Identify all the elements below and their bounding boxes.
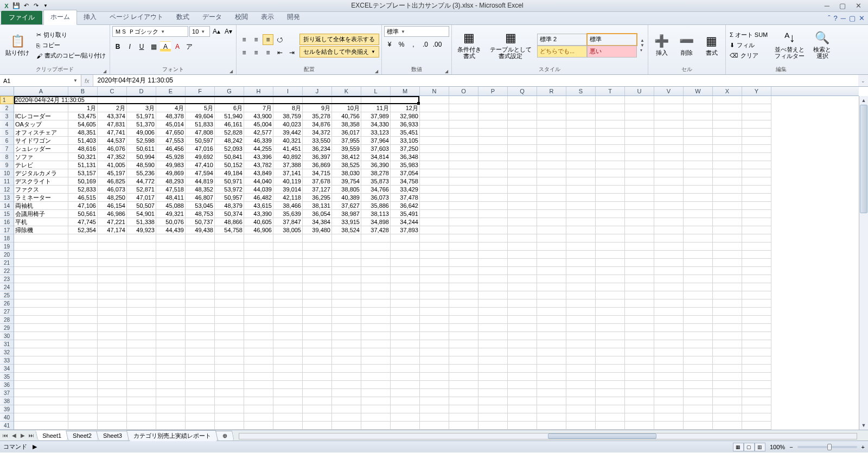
cell[interactable] [420, 202, 449, 210]
cell[interactable] [361, 365, 391, 373]
underline-button[interactable]: U [136, 41, 147, 52]
cell[interactable] [420, 129, 449, 137]
cell[interactable] [449, 137, 478, 145]
cell[interactable] [478, 397, 508, 405]
cell[interactable] [68, 275, 98, 283]
cell[interactable] [420, 340, 449, 348]
cell[interactable]: 43,900 [244, 112, 273, 120]
cell[interactable]: 49,321 [156, 210, 186, 218]
cell[interactable] [303, 389, 332, 397]
cell[interactable] [215, 356, 244, 365]
cell[interactable]: 会議用椅子 [14, 210, 68, 218]
cell[interactable] [684, 218, 713, 226]
cell[interactable] [625, 137, 654, 145]
cell[interactable] [14, 259, 68, 267]
cell[interactable] [449, 226, 478, 234]
cell[interactable] [332, 291, 361, 299]
col-header-O[interactable]: O [449, 87, 478, 95]
cell[interactable] [449, 365, 478, 373]
cell[interactable] [625, 348, 654, 356]
cell[interactable]: 38,412 [332, 153, 361, 161]
cell[interactable] [449, 348, 478, 356]
cell[interactable] [742, 283, 771, 291]
col-header-R[interactable]: R [537, 87, 566, 95]
tab-view[interactable]: 表示 [254, 10, 280, 24]
cell[interactable] [566, 275, 596, 283]
cell[interactable] [537, 210, 566, 218]
cell[interactable] [478, 104, 508, 112]
cell[interactable] [391, 405, 420, 413]
cell[interactable] [420, 251, 449, 259]
cell[interactable] [596, 169, 625, 177]
cell[interactable] [742, 129, 771, 137]
cell[interactable] [713, 348, 742, 356]
cell[interactable] [713, 267, 742, 275]
cell[interactable] [244, 405, 273, 413]
cell[interactable]: 34,384 [303, 218, 332, 226]
new-sheet-button[interactable]: ⊕ [215, 431, 234, 441]
cell[interactable] [332, 340, 361, 348]
cell[interactable]: 38,759 [273, 112, 303, 120]
cell[interactable] [537, 234, 566, 243]
cell[interactable]: 46,515 [68, 194, 98, 202]
font-name-select[interactable]: ＭＳ Ｐゴシック▼ [112, 26, 188, 37]
cell[interactable] [273, 340, 303, 348]
cell[interactable] [156, 96, 186, 104]
cell[interactable] [742, 153, 771, 161]
cell[interactable]: 48,352 [186, 186, 215, 194]
row-headers[interactable]: 1234567891011121314151617181920212223242… [0, 96, 14, 430]
cell[interactable] [684, 299, 713, 308]
cell[interactable] [478, 137, 508, 145]
cell[interactable]: 11月 [361, 104, 391, 112]
cell[interactable] [742, 96, 771, 104]
col-header-X[interactable]: X [713, 87, 742, 95]
cell[interactable] [654, 324, 684, 332]
wrap-text-button[interactable]: 折り返して全体を表示する [299, 34, 379, 45]
cell[interactable]: デスクライト [14, 177, 68, 186]
phonetic-button[interactable]: ア [184, 41, 195, 52]
scroll-thumb[interactable] [860, 105, 867, 213]
cell[interactable] [625, 308, 654, 316]
cell[interactable] [361, 291, 391, 299]
cell[interactable] [566, 153, 596, 161]
cell[interactable] [654, 243, 684, 251]
cell[interactable] [596, 129, 625, 137]
cell[interactable] [303, 291, 332, 299]
cell[interactable] [478, 389, 508, 397]
cell[interactable] [420, 210, 449, 218]
cell[interactable] [68, 332, 98, 340]
cell[interactable] [537, 161, 566, 169]
cell[interactable] [98, 251, 127, 259]
fx-icon[interactable]: fx [85, 78, 90, 84]
cell[interactable]: ファクス [14, 186, 68, 194]
cell[interactable] [98, 234, 127, 243]
cell[interactable] [478, 153, 508, 161]
cell[interactable] [361, 356, 391, 365]
conditional-format-button[interactable]: ▦条件付き 書式 [454, 30, 484, 60]
cell[interactable] [684, 145, 713, 153]
cell[interactable] [508, 332, 537, 340]
insert-cells-button[interactable]: ➕挿入 [650, 34, 673, 56]
cell[interactable]: 38,466 [273, 202, 303, 210]
cell[interactable] [98, 324, 127, 332]
cell[interactable] [478, 161, 508, 169]
cell[interactable] [478, 348, 508, 356]
cell[interactable] [215, 348, 244, 356]
cell[interactable] [449, 422, 478, 430]
cell[interactable] [742, 405, 771, 413]
cell[interactable] [420, 243, 449, 251]
cell[interactable] [68, 422, 98, 430]
cell[interactable] [566, 356, 596, 365]
cell[interactable] [566, 259, 596, 267]
cell[interactable] [14, 275, 68, 283]
cell[interactable] [449, 405, 478, 413]
cell[interactable] [654, 422, 684, 430]
cell[interactable]: 38,358 [332, 120, 361, 129]
row-header-19[interactable]: 19 [0, 243, 14, 251]
cell[interactable] [566, 348, 596, 356]
cell[interactable] [508, 104, 537, 112]
cell[interactable] [273, 259, 303, 267]
cell[interactable] [654, 275, 684, 283]
cell[interactable] [273, 332, 303, 340]
cell[interactable] [186, 96, 215, 104]
